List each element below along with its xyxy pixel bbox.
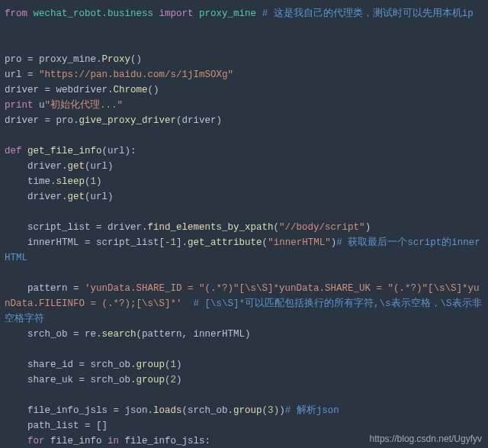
func-name: give_proxy_driver (79, 115, 177, 126)
code-text: driver = pro. (5, 115, 79, 126)
code-text: u (34, 100, 45, 111)
code-text: )) (274, 405, 285, 416)
keyword-print: print (5, 100, 34, 111)
code-text: ) (176, 359, 182, 370)
string: "https://pan.baidu.com/s/1jImSOXg" (39, 69, 233, 80)
number: 2 (171, 375, 177, 385)
code-text: (pattern, innerHTML) (136, 329, 251, 340)
code-text: file_info (45, 436, 108, 446)
code-text: url = (5, 69, 39, 80)
code-text: (driver) (176, 115, 222, 126)
keyword-def: def (5, 146, 22, 156)
code-text: ) (96, 176, 102, 187)
func-name: get_attribute (188, 237, 262, 248)
func-name: group (136, 359, 165, 370)
number: -1 (165, 237, 176, 248)
string: "innerHTML" (268, 237, 331, 248)
code-text: ( (274, 222, 280, 233)
code-text: ( (262, 237, 268, 248)
func-name: get (68, 192, 85, 202)
code-text: driver. (5, 161, 68, 172)
code-block: from wechat_robot.business import proxy_… (0, 0, 488, 448)
func-name: sleep (56, 176, 85, 187)
code-text: ( (262, 405, 268, 416)
code-text: (url) (85, 192, 114, 202)
code-text: ) (176, 375, 182, 385)
code-text: (url) (85, 161, 114, 172)
keyword-from: from (5, 8, 27, 19)
class-name: Proxy (102, 54, 131, 65)
string: "//body/script" (279, 222, 365, 233)
code-text: (srch_ob. (182, 405, 234, 416)
code-text: path_list = [] (5, 421, 108, 431)
punct: () (148, 85, 159, 95)
code-text: ( (165, 375, 171, 385)
number: 1 (91, 176, 97, 187)
code-text: script_list = driver. (5, 222, 148, 233)
func-name: group (233, 405, 262, 416)
code-text: pro = proxy_mine. (5, 54, 102, 65)
number: 3 (268, 405, 274, 416)
code-text: ]. (176, 237, 188, 248)
code-text: ( (165, 359, 171, 370)
code-text (5, 436, 27, 446)
func-name: loads (153, 405, 182, 416)
code-text: share_uk = srch_ob. (5, 375, 136, 385)
number: 1 (171, 359, 177, 370)
class-name: Chrome (114, 85, 148, 95)
keyword-for: for (27, 436, 45, 446)
comment: # 这是我自己的代理类，测试时可以先用本机ip (262, 8, 474, 19)
code-text: ) (365, 222, 371, 233)
string: "初始化代理..." (45, 100, 124, 111)
keyword-in: in (108, 436, 119, 446)
code-text: ( (85, 176, 91, 187)
func-name: find_elements_by_xpath (148, 222, 274, 233)
func-name: get (68, 161, 85, 172)
code-text: driver = webdriver. (5, 85, 114, 95)
code-text: file_info_jsls: (119, 436, 210, 446)
module: proxy_mine (199, 8, 256, 19)
code-text: time. (5, 176, 56, 187)
code-text: innerHTML = script_list[ (5, 237, 165, 248)
code-text: share_id = srch_ob. (5, 359, 136, 370)
func-name: get_file_info (22, 146, 102, 156)
comment: # 解析json (285, 405, 339, 416)
code-text: (url): (102, 146, 136, 156)
module: wechat_robot.business (34, 8, 154, 19)
func-name: search (102, 329, 136, 340)
code-text: srch_ob = re. (5, 329, 102, 340)
code-text: pattern = (5, 283, 85, 294)
code-text: driver. (5, 192, 68, 202)
code-text: file_info_jsls = json. (5, 405, 153, 416)
keyword-import: import (159, 8, 194, 19)
func-name: group (136, 375, 165, 385)
punct: () (130, 54, 142, 65)
